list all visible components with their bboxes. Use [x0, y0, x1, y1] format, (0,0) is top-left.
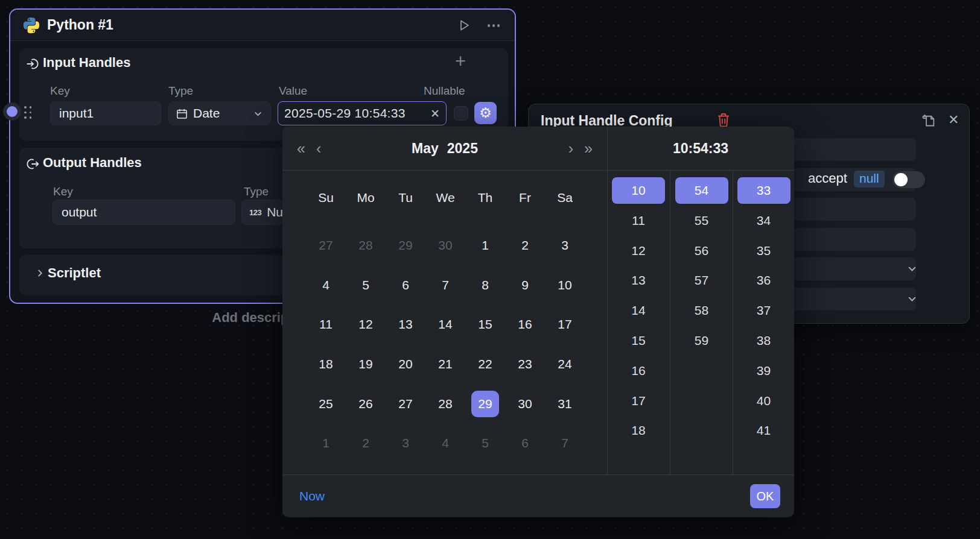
calendar-day-11[interactable]: 11 [306, 304, 346, 344]
second-option-35[interactable]: 35 [737, 238, 791, 264]
calendar-day-20[interactable]: 20 [386, 344, 425, 384]
second-option-37[interactable]: 37 [737, 297, 791, 324]
calendar-day-7[interactable]: 7 [545, 423, 585, 463]
calendar-day-1[interactable]: 1 [306, 423, 346, 463]
weekday-label-fr: Fr [505, 189, 545, 206]
ok-button[interactable]: OK [750, 484, 780, 508]
output-handle-key-field[interactable] [52, 200, 235, 225]
calendar-day-13[interactable]: 13 [386, 304, 425, 344]
calendar-day-5[interactable]: 5 [465, 423, 505, 463]
minute-option-55[interactable]: 55 [675, 207, 728, 234]
month-year-display: May2025 [321, 140, 568, 157]
hour-option-10[interactable]: 10 [612, 177, 665, 204]
calendar-day-8[interactable]: 8 [465, 265, 505, 305]
second-option-33[interactable]: 33 [737, 177, 791, 204]
calendar-day-26[interactable]: 26 [346, 384, 386, 424]
accept-null-toggle[interactable] [892, 171, 925, 188]
second-option-40[interactable]: 40 [737, 388, 791, 414]
calendar-day-29[interactable]: 29 [465, 384, 505, 424]
calendar-day-1[interactable]: 1 [465, 225, 505, 265]
prev-year-icon[interactable]: « [297, 141, 305, 156]
day-number: 7 [561, 436, 568, 450]
duplicate-handle-icon[interactable] [921, 112, 937, 128]
input-handle-key-field[interactable] [50, 101, 161, 125]
calendar-day-3[interactable]: 3 [545, 225, 585, 265]
hour-option-12[interactable]: 12 [612, 238, 665, 264]
calendar-day-30[interactable]: 30 [505, 384, 545, 424]
input-handle-type-select[interactable]: Date [168, 101, 271, 125]
node-menu-button[interactable]: ⋯ [486, 17, 503, 34]
minute-option-56[interactable]: 56 [675, 238, 728, 264]
calendar-day-9[interactable]: 9 [505, 265, 545, 305]
weekday-label-we: We [425, 189, 465, 206]
calendar-day-2[interactable]: 2 [505, 225, 545, 265]
calendar-day-4[interactable]: 4 [306, 265, 346, 305]
calendar-day-2[interactable]: 2 [346, 423, 386, 463]
day-number: 7 [442, 278, 449, 292]
hour-option-16[interactable]: 16 [612, 358, 665, 384]
calendar-day-14[interactable]: 14 [425, 304, 465, 344]
day-number: 20 [398, 357, 412, 371]
calendar-day-28[interactable]: 28 [346, 225, 386, 265]
next-month-icon[interactable]: › [568, 141, 573, 156]
calendar-day-4[interactable]: 4 [425, 423, 465, 463]
calendar-day-10[interactable]: 10 [545, 265, 585, 305]
add-input-handle-button[interactable]: + [455, 54, 466, 69]
calendar-day-6[interactable]: 6 [386, 265, 425, 305]
prev-month-icon[interactable]: ‹ [316, 141, 321, 156]
input-handle-value-field[interactable]: 2025-05-29 10:54:33 ✕ [278, 101, 447, 125]
handle-settings-button[interactable]: ⚙ [474, 102, 497, 124]
calendar-day-24[interactable]: 24 [545, 344, 585, 384]
calendar-day-16[interactable]: 16 [505, 304, 545, 344]
calendar-day-12[interactable]: 12 [346, 304, 386, 344]
calendar-day-17[interactable]: 17 [545, 304, 585, 344]
next-year-icon[interactable]: » [584, 141, 593, 156]
calendar-day-18[interactable]: 18 [306, 344, 346, 384]
calendar-day-23[interactable]: 23 [505, 344, 545, 384]
day-number: 17 [558, 317, 571, 332]
second-option-36[interactable]: 36 [737, 267, 791, 294]
hour-option-15[interactable]: 15 [612, 327, 665, 354]
calendar-day-21[interactable]: 21 [425, 344, 465, 384]
calendar-day-29[interactable]: 29 [386, 225, 425, 265]
hour-option-17[interactable]: 17 [612, 388, 665, 414]
calendar-day-3[interactable]: 3 [386, 423, 425, 463]
calendar-day-19[interactable]: 19 [346, 344, 386, 384]
calendar-day-7[interactable]: 7 [425, 265, 465, 305]
nullable-checkbox[interactable] [454, 106, 468, 121]
clear-value-icon[interactable]: ✕ [430, 107, 440, 121]
run-node-button[interactable] [457, 18, 471, 33]
second-option-41[interactable]: 41 [737, 417, 791, 444]
month-label[interactable]: May [412, 140, 439, 156]
delete-handle-icon[interactable] [717, 113, 730, 127]
flow-canvas[interactable]: { "node": { "title": "Python #1", "input… [0, 0, 980, 539]
minute-option-57[interactable]: 57 [675, 267, 728, 294]
calendar-day-27[interactable]: 27 [306, 225, 346, 265]
calendar-day-27[interactable]: 27 [386, 384, 425, 424]
hour-option-18[interactable]: 18 [612, 417, 665, 444]
minute-option-54[interactable]: 54 [675, 177, 728, 204]
hour-option-13[interactable]: 13 [612, 267, 665, 294]
calendar-day-25[interactable]: 25 [306, 384, 346, 424]
minute-option-58[interactable]: 58 [675, 297, 728, 324]
year-label[interactable]: 2025 [447, 140, 478, 156]
day-number: 29 [471, 391, 499, 417]
calendar-day-6[interactable]: 6 [505, 423, 545, 463]
minute-option-59[interactable]: 59 [675, 327, 728, 354]
calendar-day-31[interactable]: 31 [545, 384, 585, 424]
calendar-day-22[interactable]: 22 [465, 344, 505, 384]
calendar-day-28[interactable]: 28 [425, 384, 465, 424]
second-option-34[interactable]: 34 [737, 207, 791, 234]
second-option-38[interactable]: 38 [737, 327, 791, 354]
calendar-day-30[interactable]: 30 [425, 225, 465, 265]
close-panel-icon[interactable]: ✕ [948, 112, 959, 128]
node-input-port[interactable] [3, 102, 21, 121]
second-option-39[interactable]: 39 [737, 358, 791, 384]
day-number: 6 [402, 278, 409, 292]
now-link[interactable]: Now [299, 489, 325, 503]
calendar-day-5[interactable]: 5 [346, 265, 386, 305]
hour-option-14[interactable]: 14 [612, 297, 665, 324]
hour-option-11[interactable]: 11 [612, 207, 665, 234]
calendar-day-15[interactable]: 15 [465, 304, 505, 344]
drag-handle[interactable] [24, 106, 32, 119]
